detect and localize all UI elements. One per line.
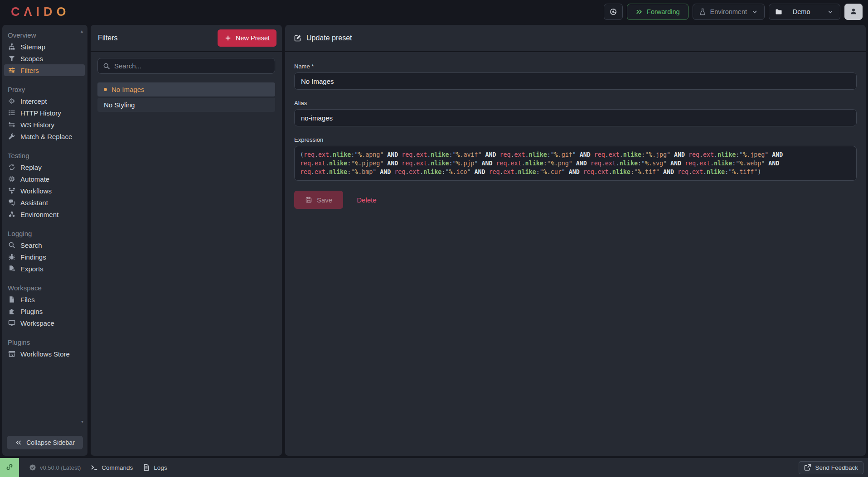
edit-icon <box>294 34 301 42</box>
sidebar-item-label: WS History <box>20 121 54 129</box>
replay-icon <box>8 164 16 171</box>
expression-label: Expression <box>294 136 857 143</box>
sidebar-item-sitemap[interactable]: Sitemap <box>4 41 85 53</box>
sidebar-section-testing: TestingReplayAutomateWorkflowsAssistantE… <box>2 151 87 220</box>
connection-button[interactable] <box>0 458 19 477</box>
name-label: Name * <box>294 63 857 70</box>
forward-icon <box>635 8 643 15</box>
section-collapse-icon[interactable]: ▴ <box>81 29 83 34</box>
sidebar-item-workflows[interactable]: Workflows <box>4 185 85 197</box>
sidebar-item-http-history[interactable]: HTTP History <box>4 107 85 119</box>
monitor-icon <box>8 319 16 327</box>
chat-icon <box>8 199 16 206</box>
sidebar-item-findings[interactable]: Findings <box>4 251 85 263</box>
alias-field[interactable] <box>294 109 857 126</box>
sidebar-item-label: Filters <box>20 67 39 74</box>
expression-code: (req.ext.nlike:"%.apng" AND req.ext.nlik… <box>300 150 851 176</box>
sidebar-item-search[interactable]: Search <box>4 239 85 251</box>
project-select[interactable]: Demo <box>769 4 840 20</box>
scroll-down-icon: ▾ <box>81 419 83 424</box>
sidebar-section-label: Overview <box>2 30 87 41</box>
update-preset-header: Update preset <box>285 25 866 52</box>
logs-button[interactable]: Logs <box>143 464 167 471</box>
version-label: v0.50.0 (Latest) <box>40 464 81 471</box>
filters-panel: Filters New Preset No ImagesNo Styling <box>91 25 282 456</box>
collapse-sidebar-button[interactable]: Collapse Sidebar <box>7 436 83 449</box>
preset-search-input[interactable] <box>114 62 270 70</box>
sidebar-item-label: Automate <box>20 175 49 183</box>
account-button[interactable] <box>844 4 863 20</box>
filters-panel-header: Filters New Preset <box>91 25 282 52</box>
sidebar-item-ws-history[interactable]: WS History <box>4 119 85 130</box>
nodes-icon <box>8 211 16 218</box>
external-link-icon <box>804 464 811 471</box>
funnel-icon <box>8 55 16 62</box>
chevron-down-icon <box>751 8 758 15</box>
sidebar-section-logging: LoggingSearchFindingsExports <box>2 229 87 275</box>
update-preset-panel: Update preset Name * Alias Expression (r… <box>285 25 866 456</box>
person-icon <box>850 8 857 16</box>
preset-search <box>97 58 275 74</box>
name-field[interactable] <box>294 72 857 90</box>
sidebar-item-scopes[interactable]: Scopes <box>4 53 85 64</box>
browser-button[interactable] <box>604 4 623 20</box>
environment-select-label: Environment <box>710 8 747 15</box>
sidebar-item-workspace[interactable]: Workspace <box>4 317 85 329</box>
forwarding-button[interactable]: Forwarding <box>627 4 689 20</box>
terminal-icon <box>91 464 98 471</box>
selected-dot-icon <box>104 88 107 91</box>
puzzle-icon <box>8 308 16 315</box>
sidebar-item-label: Intercept <box>20 97 47 105</box>
list-icon <box>8 109 16 116</box>
folder-icon <box>775 8 782 15</box>
new-preset-button[interactable]: New Preset <box>218 29 276 47</box>
sliders-icon <box>8 67 16 74</box>
forwarding-label: Forwarding <box>647 8 680 15</box>
sidebar-item-label: Match & Replace <box>20 133 72 140</box>
preset-item-label: No Styling <box>104 101 135 109</box>
sidebar-item-label: Exports <box>20 265 44 273</box>
save-icon <box>305 196 312 203</box>
expression-editor[interactable]: (req.ext.nlike:"%.apng" AND req.ext.nlik… <box>294 146 857 181</box>
sidebar-item-environment[interactable]: Environment <box>4 208 85 220</box>
sidebar-section-overview: OverviewSitemapScopesFilters <box>2 30 87 76</box>
sidebar-item-exports[interactable]: Exports <box>4 263 85 275</box>
sidebar-item-files[interactable]: Files <box>4 294 85 305</box>
bug-icon <box>8 253 16 260</box>
search-icon <box>103 63 110 70</box>
sidebar-section-workspace: WorkspaceFilesPluginsWorkspace <box>2 283 87 329</box>
sidebar-section-label: Testing <box>2 151 87 161</box>
chevron-down-icon <box>827 8 834 15</box>
store-icon <box>8 350 16 357</box>
sidebar-item-match-replace[interactable]: Match & Replace <box>4 130 85 142</box>
version-indicator: v0.50.0 (Latest) <box>29 464 81 471</box>
workflow-icon <box>8 187 16 194</box>
preset-item-no-images[interactable]: No Images <box>97 82 275 96</box>
send-feedback-button[interactable]: Send Feedback <box>799 461 863 474</box>
sidebar-item-assistant[interactable]: Assistant <box>4 197 85 208</box>
sidebar-item-plugins[interactable]: Plugins <box>4 305 85 317</box>
file-export-icon <box>8 265 16 272</box>
chip-icon <box>8 175 16 183</box>
sidebar-item-replay[interactable]: Replay <box>4 161 85 173</box>
sidebar-item-label: Workflows Store <box>20 350 70 358</box>
delete-button[interactable]: Delete <box>357 196 376 204</box>
environment-select[interactable]: Environment <box>693 4 765 20</box>
plus-icon <box>224 34 232 42</box>
preset-item-no-styling[interactable]: No Styling <box>97 98 275 112</box>
alias-label: Alias <box>294 100 857 106</box>
logs-label: Logs <box>154 464 167 471</box>
check-circle-icon <box>29 464 36 471</box>
file-icon <box>8 296 16 303</box>
sidebar-item-automate[interactable]: Automate <box>4 173 85 185</box>
main-area: ▴ OverviewSitemapScopesFiltersProxyInter… <box>0 24 868 458</box>
commands-label: Commands <box>102 464 133 471</box>
sidebar-item-intercept[interactable]: Intercept <box>4 95 85 107</box>
commands-button[interactable]: Commands <box>91 464 133 471</box>
sidebar-item-label: Findings <box>20 253 46 261</box>
send-feedback-label: Send Feedback <box>815 464 858 471</box>
sidebar-item-filters[interactable]: Filters <box>4 64 85 76</box>
save-button[interactable]: Save <box>294 191 343 209</box>
sidebar-item-label: HTTP History <box>20 109 61 117</box>
sidebar-item-workflows-store[interactable]: Workflows Store <box>4 348 85 360</box>
